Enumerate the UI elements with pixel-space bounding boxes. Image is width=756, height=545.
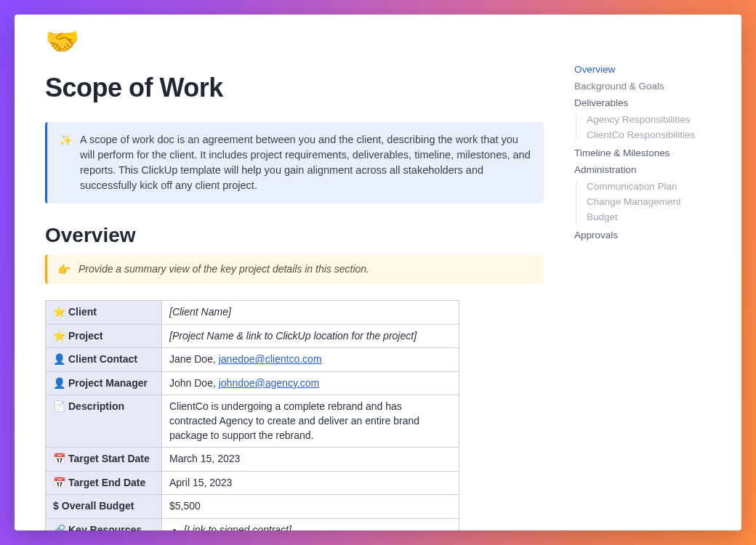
intro-callout: ✨ A scope of work doc is an agreement be…: [45, 122, 544, 203]
row-label: $Overall Budget: [46, 495, 162, 519]
toc-item-clientco-resp[interactable]: ClientCo Responsibilities: [587, 129, 721, 140]
project-details-table: ⭐Client [Client Name] ⭐Project [Project …: [45, 300, 459, 530]
resources-list: [Link to signed contract] [Link to Click…: [169, 523, 451, 530]
overview-hint-text: Provide a summary view of the key projec…: [79, 262, 369, 276]
calendar-icon: 📅: [53, 453, 65, 464]
table-row: 📅Target Start Date March 15, 2023: [46, 448, 459, 472]
table-row: ⭐Project [Project Name & link to ClickUp…: [46, 324, 459, 348]
toc-sub-deliverables: Agency Responsibilities ClientCo Respons…: [576, 114, 721, 140]
document-canvas: 🤝 Scope of Work ✨ A scope of work doc is…: [15, 15, 741, 530]
email-link[interactable]: janedoe@clientco.com: [219, 353, 322, 365]
row-label: 📄Description: [46, 395, 162, 448]
calendar-icon: 📅: [53, 477, 65, 488]
row-label: ⭐Client: [46, 301, 162, 325]
row-value[interactable]: [Client Name]: [162, 301, 459, 325]
pointing-hand-icon: 👉: [57, 262, 71, 277]
main-content: 🤝 Scope of Work ✨ A scope of work doc is…: [15, 15, 574, 530]
row-value[interactable]: Jane Doe, janedoe@clientco.com: [162, 348, 459, 372]
row-label: ⭐Project: [46, 324, 162, 348]
row-value[interactable]: ClientCo is undergoing a complete rebran…: [162, 395, 459, 448]
row-value[interactable]: [Link to signed contract] [Link to Click…: [162, 519, 459, 531]
table-row: 👤Client Contact Jane Doe, janedoe@client…: [46, 348, 459, 372]
toc-item-communication[interactable]: Communication Plan: [587, 181, 721, 192]
row-label: 🔗Key Resources: [46, 519, 162, 531]
toc-item-background[interactable]: Background & Goals: [574, 81, 721, 92]
row-label: 📅Target Start Date: [46, 448, 162, 472]
toc-item-budget[interactable]: Budget: [587, 211, 721, 222]
row-value[interactable]: [Project Name & link to ClickUp location…: [162, 324, 459, 348]
table-row: 📄Description ClientCo is undergoing a co…: [46, 395, 459, 448]
toc-item-change-mgmt[interactable]: Change Management: [587, 196, 721, 207]
person-icon: 👤: [53, 377, 65, 389]
toc-item-approvals[interactable]: Approvals: [574, 230, 721, 241]
table-row: 👤Project Manager John Doe, johndoe@agenc…: [46, 371, 459, 395]
overview-heading: Overview: [45, 224, 544, 247]
row-value[interactable]: March 15, 2023: [162, 448, 459, 472]
star-icon: ⭐: [53, 306, 65, 318]
row-value[interactable]: John Doe, johndoe@agency.com: [162, 371, 459, 395]
document-icon: 📄: [53, 400, 65, 412]
email-link[interactable]: johndoe@agency.com: [219, 377, 319, 389]
toc-item-timeline[interactable]: Timeline & Milestones: [574, 148, 721, 158]
row-label: 📅Target End Date: [46, 471, 162, 495]
table-row: $Overall Budget $5,500: [46, 495, 459, 519]
page-emoji-icon[interactable]: 🤝: [45, 28, 544, 55]
star-icon: ⭐: [53, 330, 65, 342]
row-label: 👤Client Contact: [46, 348, 162, 372]
toc-item-deliverables[interactable]: Deliverables: [574, 97, 721, 108]
toc-sub-administration: Communication Plan Change Management Bud…: [576, 181, 721, 222]
page-title: Scope of Work: [45, 73, 544, 103]
table-row: 📅Target End Date April 15, 2023: [46, 471, 459, 495]
table-row: ⭐Client [Client Name]: [46, 301, 459, 325]
row-value[interactable]: $5,500: [162, 495, 459, 519]
person-icon: 👤: [53, 353, 65, 365]
toc-item-agency-resp[interactable]: Agency Responsibilities: [587, 114, 721, 125]
toc-item-administration[interactable]: Administration: [574, 164, 721, 175]
toc-item-overview[interactable]: Overview: [574, 64, 721, 75]
table-row: 🔗Key Resources [Link to signed contract]…: [46, 519, 459, 531]
toc-sidebar: Overview Background & Goals Deliverables…: [574, 15, 741, 530]
row-value[interactable]: April 15, 2023: [162, 471, 459, 495]
sparkles-icon: ✨: [59, 132, 73, 148]
row-label: 👤Project Manager: [46, 371, 162, 395]
dollar-icon: $: [53, 500, 59, 512]
list-item[interactable]: [Link to signed contract]: [184, 523, 451, 530]
link-icon: 🔗: [53, 524, 65, 530]
intro-callout-text: A scope of work doc is an agreement betw…: [80, 132, 532, 193]
overview-hint: 👉 Provide a summary view of the key proj…: [45, 254, 544, 284]
